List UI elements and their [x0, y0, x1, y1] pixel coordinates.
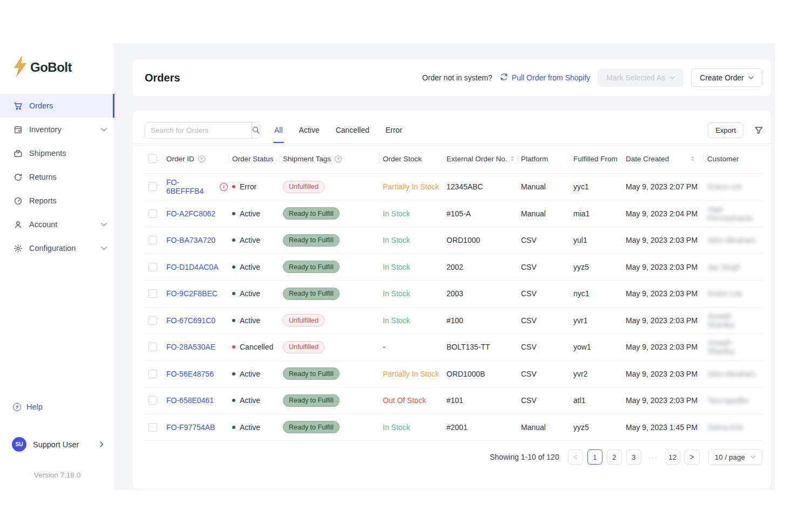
sidebar-item-orders[interactable]: Orders	[0, 94, 114, 118]
question-circle-icon[interactable]: ?	[198, 155, 205, 162]
tab-cancelled[interactable]: Cancelled	[335, 122, 370, 138]
customer-name: Grace Lee	[707, 182, 763, 191]
chevron-down-icon	[101, 128, 107, 132]
sidebar-item-returns[interactable]: Returns	[0, 165, 114, 189]
customer-name: John Abraham	[707, 370, 763, 378]
fulfilled-from: yyz5	[573, 423, 626, 432]
pagination: Showing 1-10 of 120 < 123···12 > 10 / pa…	[145, 449, 763, 465]
search-icon[interactable]	[252, 122, 260, 138]
customer-name: Grace Lee	[707, 289, 763, 298]
version-label: Version 7.18.0	[0, 471, 114, 479]
page-button-3[interactable]: 3	[626, 449, 641, 465]
pull-order-from-shopify-link[interactable]: Pull Order from Shopify	[500, 73, 591, 83]
order-status: Active	[240, 423, 260, 432]
fulfilled-from: yyz5	[573, 263, 626, 271]
customer-name: Joseph Shanley	[707, 338, 763, 356]
fulfilled-from: nyc1	[573, 289, 626, 298]
order-id-link[interactable]: FO-56E48756	[166, 370, 214, 378]
sort-icon[interactable]	[511, 156, 514, 161]
sidebar-nav: Orders Inventory Shipments Returns Repor…	[0, 94, 114, 260]
question-circle-icon[interactable]: ?	[335, 155, 342, 162]
shipment-tag-badge: Ready to Fulfill	[283, 394, 340, 407]
external-order-no: #101	[446, 396, 521, 405]
select-all-checkbox[interactable]	[148, 154, 157, 163]
error-warning-icon[interactable]: !	[220, 183, 228, 191]
row-checkbox[interactable]	[148, 396, 157, 405]
order-stock: In Stock	[383, 423, 446, 432]
order-id-link[interactable]: FO-28A530AE	[166, 343, 215, 351]
search-input[interactable]	[145, 122, 252, 138]
avatar: SU	[12, 437, 26, 452]
table-row: FO-28A530AE ! Cancelled Unfulfilled - BO…	[145, 334, 763, 361]
table-toolbar: AllActiveCancelledError Export	[145, 111, 763, 144]
export-label: Export	[715, 126, 736, 134]
sidebar-item-shipments[interactable]: Shipments	[0, 141, 114, 165]
order-id-link[interactable]: FO-F97754AB	[166, 423, 215, 432]
platform: CSV	[521, 263, 573, 271]
tab-all[interactable]: All	[273, 122, 284, 138]
orders-table-card: AllActiveCancelledError Export Order ID?…	[133, 111, 771, 488]
pagination-summary: Showing 1-10 of 120	[490, 453, 559, 461]
order-id-link[interactable]: FO-D1D4AC0A	[166, 263, 218, 271]
column-header-order-status: Order Status	[232, 144, 283, 173]
pull-order-label: Pull Order from Shopify	[512, 73, 591, 82]
order-id-link[interactable]: FO-BA73A720	[166, 236, 215, 244]
customer-name: Jay Singh	[707, 263, 763, 271]
fulfilled-from: mia1	[573, 209, 626, 218]
sidebar-footer: ? Help SU Support User Version 7.18.0	[0, 403, 114, 490]
sidebar-item-account[interactable]: Account	[0, 213, 114, 236]
tab-active[interactable]: Active	[298, 122, 321, 138]
order-status: Error	[240, 182, 256, 191]
order-stock: Partially In Stock	[383, 370, 446, 378]
sidebar-item-inventory[interactable]: Inventory	[0, 118, 114, 141]
status-tabs: AllActiveCancelledError	[273, 122, 403, 138]
date-created: May 9, 2023 2:03 PM	[626, 370, 707, 378]
fulfilled-from: yul1	[573, 236, 626, 244]
search-box	[145, 122, 260, 139]
external-order-no: ORD1000	[446, 236, 521, 244]
mark-selected-as-button[interactable]: Mark Selected As	[598, 69, 683, 87]
main-content: Orders Order not in system? Pull Order f…	[115, 43, 775, 490]
order-status: Active	[240, 370, 260, 378]
filter-icon[interactable]	[754, 126, 763, 135]
page-size-select[interactable]: 10 / page	[708, 449, 762, 465]
app-window: GoBolt Orders Inventory Shipments Return…	[0, 43, 775, 490]
order-id-link[interactable]: FO-67C691C0	[166, 316, 215, 325]
row-checkbox[interactable]	[148, 343, 157, 351]
next-page-button[interactable]: >	[685, 449, 700, 465]
page-button-2[interactable]: 2	[607, 449, 622, 465]
status-dot-icon	[232, 292, 235, 295]
sidebar-item-configuration[interactable]: Configuration	[0, 236, 114, 260]
gobolt-logo: GoBolt	[0, 43, 114, 94]
export-button[interactable]: Export	[708, 122, 743, 138]
help-button[interactable]: ? Help	[0, 403, 114, 411]
row-checkbox[interactable]	[148, 370, 157, 378]
sidebar-item-reports[interactable]: Reports	[0, 189, 114, 213]
date-created: May 9, 2023 1:45 PM	[626, 423, 707, 432]
row-checkbox[interactable]	[148, 236, 157, 244]
prev-page-button[interactable]: <	[568, 449, 583, 465]
row-checkbox[interactable]	[148, 289, 157, 298]
row-checkbox[interactable]	[148, 316, 157, 325]
row-checkbox[interactable]	[148, 263, 157, 271]
sidebar: GoBolt Orders Inventory Shipments Return…	[0, 43, 115, 490]
user-menu[interactable]: SU Support User	[0, 437, 114, 452]
row-checkbox[interactable]	[148, 209, 157, 218]
tab-error[interactable]: Error	[384, 122, 403, 138]
order-id-link[interactable]: FO-6BEFFFB4	[166, 178, 216, 195]
order-id-link[interactable]: FO-A2FC8062	[166, 209, 215, 218]
user-name: Support User	[33, 440, 92, 449]
row-checkbox[interactable]	[148, 182, 157, 191]
shipment-tag-badge: Ready to Fulfill	[283, 261, 340, 273]
sort-icon[interactable]	[691, 156, 694, 161]
create-order-button[interactable]: Create Order	[691, 69, 762, 87]
row-checkbox[interactable]	[148, 423, 157, 432]
page-button-12[interactable]: 12	[665, 449, 680, 465]
order-id-link[interactable]: FO-658E0461	[166, 396, 214, 405]
external-order-no: #105-A	[446, 209, 521, 218]
status-dot-icon	[232, 372, 235, 376]
chevron-right-icon	[100, 441, 104, 447]
platform: Manual	[521, 423, 573, 432]
order-id-link[interactable]: FO-9C2F8BEC	[166, 289, 218, 298]
page-button-1[interactable]: 1	[587, 449, 602, 465]
